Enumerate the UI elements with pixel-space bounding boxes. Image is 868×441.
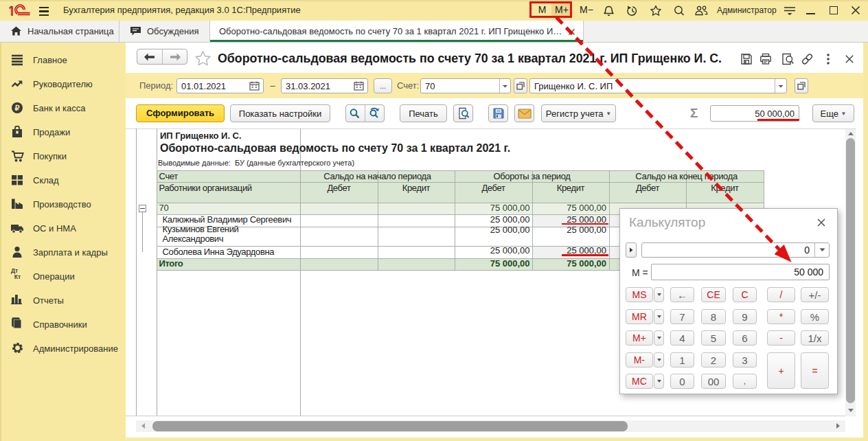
- svg-text:₽: ₽: [15, 104, 20, 112]
